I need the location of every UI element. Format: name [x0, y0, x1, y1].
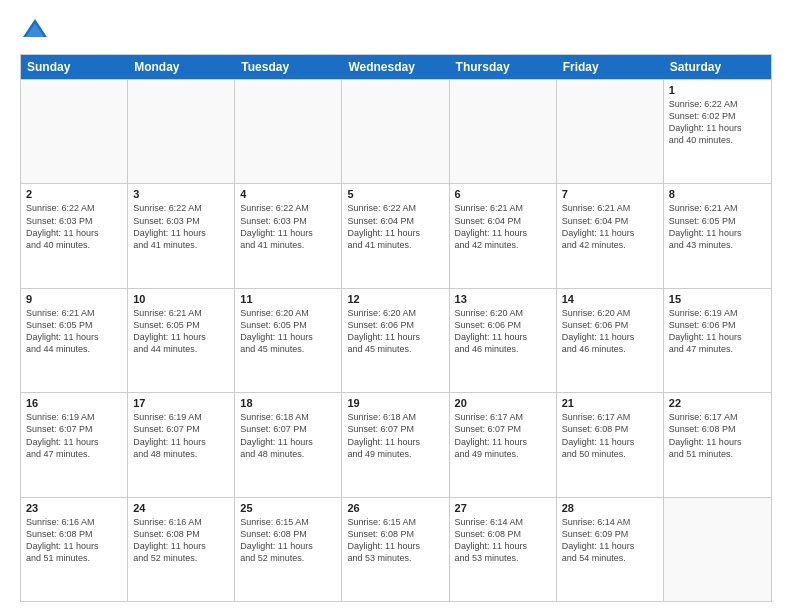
day-cell-5: 5Sunrise: 6:22 AMSunset: 6:04 PMDaylight…	[342, 184, 449, 287]
day-info: Sunrise: 6:21 AMSunset: 6:05 PMDaylight:…	[133, 307, 229, 356]
day-cell-13: 13Sunrise: 6:20 AMSunset: 6:06 PMDayligh…	[450, 289, 557, 392]
day-number: 2	[26, 188, 122, 200]
day-cell-28: 28Sunrise: 6:14 AMSunset: 6:09 PMDayligh…	[557, 498, 664, 601]
day-cell-1: 1Sunrise: 6:22 AMSunset: 6:02 PMDaylight…	[664, 80, 771, 183]
day-number: 10	[133, 293, 229, 305]
calendar-row-0: 1Sunrise: 6:22 AMSunset: 6:02 PMDaylight…	[21, 79, 771, 183]
day-info: Sunrise: 6:20 AMSunset: 6:06 PMDaylight:…	[347, 307, 443, 356]
day-cell-18: 18Sunrise: 6:18 AMSunset: 6:07 PMDayligh…	[235, 393, 342, 496]
calendar-row-1: 2Sunrise: 6:22 AMSunset: 6:03 PMDaylight…	[21, 183, 771, 287]
day-info: Sunrise: 6:19 AMSunset: 6:06 PMDaylight:…	[669, 307, 766, 356]
day-info: Sunrise: 6:19 AMSunset: 6:07 PMDaylight:…	[26, 411, 122, 460]
day-cell-14: 14Sunrise: 6:20 AMSunset: 6:06 PMDayligh…	[557, 289, 664, 392]
logo	[20, 16, 54, 46]
day-cell-8: 8Sunrise: 6:21 AMSunset: 6:05 PMDaylight…	[664, 184, 771, 287]
day-info: Sunrise: 6:17 AMSunset: 6:08 PMDaylight:…	[669, 411, 766, 460]
day-info: Sunrise: 6:22 AMSunset: 6:04 PMDaylight:…	[347, 202, 443, 251]
day-info: Sunrise: 6:20 AMSunset: 6:05 PMDaylight:…	[240, 307, 336, 356]
empty-cell	[21, 80, 128, 183]
day-number: 9	[26, 293, 122, 305]
header	[20, 16, 772, 46]
day-number: 24	[133, 502, 229, 514]
day-number: 6	[455, 188, 551, 200]
empty-cell	[235, 80, 342, 183]
day-number: 12	[347, 293, 443, 305]
day-number: 21	[562, 397, 658, 409]
day-number: 14	[562, 293, 658, 305]
empty-cell	[664, 498, 771, 601]
header-day-wednesday: Wednesday	[342, 55, 449, 79]
day-number: 5	[347, 188, 443, 200]
day-cell-7: 7Sunrise: 6:21 AMSunset: 6:04 PMDaylight…	[557, 184, 664, 287]
day-cell-6: 6Sunrise: 6:21 AMSunset: 6:04 PMDaylight…	[450, 184, 557, 287]
day-number: 3	[133, 188, 229, 200]
day-number: 25	[240, 502, 336, 514]
day-info: Sunrise: 6:14 AMSunset: 6:09 PMDaylight:…	[562, 516, 658, 565]
empty-cell	[342, 80, 449, 183]
day-cell-24: 24Sunrise: 6:16 AMSunset: 6:08 PMDayligh…	[128, 498, 235, 601]
empty-cell	[450, 80, 557, 183]
day-info: Sunrise: 6:17 AMSunset: 6:08 PMDaylight:…	[562, 411, 658, 460]
day-number: 20	[455, 397, 551, 409]
day-info: Sunrise: 6:20 AMSunset: 6:06 PMDaylight:…	[455, 307, 551, 356]
header-day-monday: Monday	[128, 55, 235, 79]
day-number: 26	[347, 502, 443, 514]
day-number: 17	[133, 397, 229, 409]
calendar-row-3: 16Sunrise: 6:19 AMSunset: 6:07 PMDayligh…	[21, 392, 771, 496]
day-cell-25: 25Sunrise: 6:15 AMSunset: 6:08 PMDayligh…	[235, 498, 342, 601]
header-day-saturday: Saturday	[664, 55, 771, 79]
calendar-row-4: 23Sunrise: 6:16 AMSunset: 6:08 PMDayligh…	[21, 497, 771, 601]
day-cell-3: 3Sunrise: 6:22 AMSunset: 6:03 PMDaylight…	[128, 184, 235, 287]
day-number: 18	[240, 397, 336, 409]
day-cell-15: 15Sunrise: 6:19 AMSunset: 6:06 PMDayligh…	[664, 289, 771, 392]
day-info: Sunrise: 6:18 AMSunset: 6:07 PMDaylight:…	[240, 411, 336, 460]
day-cell-27: 27Sunrise: 6:14 AMSunset: 6:08 PMDayligh…	[450, 498, 557, 601]
day-info: Sunrise: 6:16 AMSunset: 6:08 PMDaylight:…	[26, 516, 122, 565]
day-info: Sunrise: 6:17 AMSunset: 6:07 PMDaylight:…	[455, 411, 551, 460]
day-cell-2: 2Sunrise: 6:22 AMSunset: 6:03 PMDaylight…	[21, 184, 128, 287]
day-number: 1	[669, 84, 766, 96]
calendar-body: 1Sunrise: 6:22 AMSunset: 6:02 PMDaylight…	[21, 79, 771, 601]
day-info: Sunrise: 6:22 AMSunset: 6:03 PMDaylight:…	[133, 202, 229, 251]
day-number: 23	[26, 502, 122, 514]
day-info: Sunrise: 6:22 AMSunset: 6:03 PMDaylight:…	[26, 202, 122, 251]
day-number: 22	[669, 397, 766, 409]
day-number: 15	[669, 293, 766, 305]
day-info: Sunrise: 6:21 AMSunset: 6:05 PMDaylight:…	[669, 202, 766, 251]
day-number: 13	[455, 293, 551, 305]
header-day-thursday: Thursday	[450, 55, 557, 79]
page: SundayMondayTuesdayWednesdayThursdayFrid…	[0, 0, 792, 612]
day-number: 11	[240, 293, 336, 305]
empty-cell	[557, 80, 664, 183]
day-number: 28	[562, 502, 658, 514]
day-cell-21: 21Sunrise: 6:17 AMSunset: 6:08 PMDayligh…	[557, 393, 664, 496]
day-cell-12: 12Sunrise: 6:20 AMSunset: 6:06 PMDayligh…	[342, 289, 449, 392]
calendar: SundayMondayTuesdayWednesdayThursdayFrid…	[20, 54, 772, 602]
day-cell-11: 11Sunrise: 6:20 AMSunset: 6:05 PMDayligh…	[235, 289, 342, 392]
day-info: Sunrise: 6:22 AMSunset: 6:02 PMDaylight:…	[669, 98, 766, 147]
day-number: 7	[562, 188, 658, 200]
empty-cell	[128, 80, 235, 183]
day-cell-17: 17Sunrise: 6:19 AMSunset: 6:07 PMDayligh…	[128, 393, 235, 496]
day-cell-4: 4Sunrise: 6:22 AMSunset: 6:03 PMDaylight…	[235, 184, 342, 287]
day-cell-23: 23Sunrise: 6:16 AMSunset: 6:08 PMDayligh…	[21, 498, 128, 601]
day-number: 16	[26, 397, 122, 409]
day-cell-19: 19Sunrise: 6:18 AMSunset: 6:07 PMDayligh…	[342, 393, 449, 496]
day-cell-26: 26Sunrise: 6:15 AMSunset: 6:08 PMDayligh…	[342, 498, 449, 601]
day-number: 27	[455, 502, 551, 514]
day-number: 8	[669, 188, 766, 200]
calendar-header: SundayMondayTuesdayWednesdayThursdayFrid…	[21, 55, 771, 79]
day-info: Sunrise: 6:16 AMSunset: 6:08 PMDaylight:…	[133, 516, 229, 565]
day-cell-9: 9Sunrise: 6:21 AMSunset: 6:05 PMDaylight…	[21, 289, 128, 392]
day-info: Sunrise: 6:21 AMSunset: 6:04 PMDaylight:…	[455, 202, 551, 251]
day-info: Sunrise: 6:18 AMSunset: 6:07 PMDaylight:…	[347, 411, 443, 460]
day-info: Sunrise: 6:21 AMSunset: 6:04 PMDaylight:…	[562, 202, 658, 251]
day-info: Sunrise: 6:15 AMSunset: 6:08 PMDaylight:…	[347, 516, 443, 565]
day-number: 19	[347, 397, 443, 409]
day-cell-16: 16Sunrise: 6:19 AMSunset: 6:07 PMDayligh…	[21, 393, 128, 496]
header-day-friday: Friday	[557, 55, 664, 79]
day-cell-20: 20Sunrise: 6:17 AMSunset: 6:07 PMDayligh…	[450, 393, 557, 496]
day-info: Sunrise: 6:22 AMSunset: 6:03 PMDaylight:…	[240, 202, 336, 251]
header-day-sunday: Sunday	[21, 55, 128, 79]
day-info: Sunrise: 6:14 AMSunset: 6:08 PMDaylight:…	[455, 516, 551, 565]
